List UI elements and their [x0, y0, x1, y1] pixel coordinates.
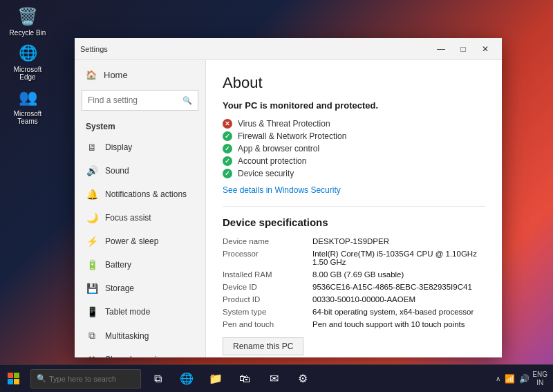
- spec-row-device-name: Device name DESKTOP-1S9DPER: [223, 235, 485, 248]
- taskbar-search-box[interactable]: 🔍: [30, 369, 141, 389]
- taskbar-settings[interactable]: ⚙: [289, 365, 317, 393]
- svg-rect-3: [14, 379, 19, 384]
- taskbar-search-input[interactable]: [49, 375, 135, 383]
- taskbar-store[interactable]: 🛍: [231, 365, 259, 393]
- desktop: 🗑️ Recycle Bin 🌐 Microsoft Edge 👥 Micros…: [0, 0, 553, 392]
- taskbar-chevron-icon[interactable]: ∧: [496, 375, 500, 382]
- svg-rect-2: [8, 379, 13, 384]
- close-button[interactable]: ✕: [474, 38, 496, 60]
- focus-label: Focus assist: [105, 213, 151, 223]
- protection-banner: Your PC is monitored and protected.: [223, 100, 485, 111]
- notifications-icon: 🔔: [86, 189, 98, 200]
- protection-item-device: ✓ Device security: [223, 167, 485, 180]
- tablet-icon: 📱: [86, 306, 98, 317]
- desktop-icon-recycle-bin[interactable]: 🗑️ Recycle Bin: [6, 6, 50, 37]
- spec-value-device-name: DESKTOP-1S9DPER: [312, 237, 485, 245]
- spec-row-product-id: Product ID 00330-50010-00000-AAOEM: [223, 293, 485, 306]
- maximize-button[interactable]: □: [452, 38, 474, 60]
- teams-icon: 👥: [17, 86, 39, 109]
- sidebar-item-shared[interactable]: ✖ Shared experiences: [75, 348, 205, 357]
- minimize-button[interactable]: —: [430, 38, 452, 60]
- spec-label-system-type: System type: [223, 308, 312, 316]
- desktop-icon-teams[interactable]: 👥 Microsoft Teams: [6, 86, 50, 125]
- power-label: Power & sleep: [105, 236, 158, 246]
- sidebar-search-box[interactable]: 🔍: [82, 90, 198, 111]
- protection-item-account: ✓ Account protection: [223, 155, 485, 167]
- edge-label: Microsoft Edge: [6, 66, 50, 81]
- sound-label: Sound: [105, 166, 129, 176]
- search-icon: 🔍: [182, 96, 192, 105]
- sidebar-item-display[interactable]: 🖥 Display: [75, 136, 205, 159]
- taskbar-network-icon[interactable]: 📶: [505, 374, 515, 384]
- taskbar-search-icon: 🔍: [37, 374, 46, 383]
- app-status-dot: ✓: [223, 144, 232, 153]
- taskbar-mail[interactable]: ✉: [260, 365, 288, 393]
- main-content: About Your PC is monitored and protected…: [206, 60, 502, 357]
- virus-status-dot: ✕: [223, 119, 232, 129]
- spec-row-pen: Pen and touch Pen and touch support with…: [223, 318, 485, 330]
- spec-row-system-type: System type 64-bit operating system, x64…: [223, 306, 485, 318]
- firewall-label: Firewall & Network Protection: [238, 131, 346, 141]
- window-title: Settings: [80, 45, 430, 53]
- taskbar-explorer[interactable]: 📁: [202, 365, 229, 393]
- device-label: Device security: [238, 169, 294, 178]
- storage-icon: 💾: [86, 283, 98, 294]
- sidebar-item-storage[interactable]: 💾 Storage: [75, 277, 205, 300]
- spec-label-ram: Installed RAM: [223, 270, 312, 279]
- spec-label-processor: Processor: [223, 250, 312, 266]
- notifications-label: Notifications & actions: [105, 189, 187, 199]
- protection-item-firewall: ✓ Firewall & Network Protection: [223, 130, 485, 142]
- shared-label: Shared experiences: [105, 355, 179, 357]
- sidebar-search-input[interactable]: [88, 95, 182, 105]
- sidebar-section-system: System: [75, 113, 205, 136]
- settings-window: Settings — □ ✕ 🏠 Home 🔍 System: [75, 38, 502, 357]
- sidebar-item-sound[interactable]: 🔊 Sound: [75, 159, 205, 183]
- taskbar-volume-icon[interactable]: 🔊: [519, 374, 529, 384]
- power-icon: ⚡: [86, 236, 98, 247]
- recycle-bin-icon: 🗑️: [17, 6, 39, 28]
- spec-row-processor: Processor Intel(R) Core(TM) i5-1035G4 CP…: [223, 248, 485, 268]
- recycle-bin-label: Recycle Bin: [10, 29, 46, 37]
- desktop-icons: 🗑️ Recycle Bin 🌐 Microsoft Edge 👥 Micros…: [6, 6, 50, 125]
- rename-pc-button[interactable]: Rename this PC: [223, 337, 303, 355]
- display-label: Display: [105, 142, 132, 152]
- spec-value-system-type: 64-bit operating system, x64-based proce…: [312, 308, 485, 316]
- start-button[interactable]: [0, 365, 28, 393]
- battery-label: Battery: [105, 260, 131, 270]
- device-specs-table: Device name DESKTOP-1S9DPER Processor In…: [223, 235, 485, 330]
- window-controls: — □ ✕: [430, 38, 496, 60]
- windows-logo-icon: [8, 373, 20, 385]
- sidebar-item-multitasking[interactable]: ⧉ Multitasking: [75, 324, 205, 348]
- sidebar-item-power[interactable]: ⚡ Power & sleep: [75, 230, 205, 253]
- taskbar-system-icons: ∧ 📶 🔊: [496, 374, 529, 384]
- see-details-link[interactable]: See details in Windows Security: [223, 185, 485, 195]
- spec-row-ram: Installed RAM 8.00 GB (7.69 GB usable): [223, 268, 485, 281]
- spec-row-device-id: Device ID 9536CE16-A15C-4865-8EBC-3E8293…: [223, 281, 485, 293]
- spec-value-pen: Pen and touch support with 10 touch poin…: [312, 320, 485, 328]
- taskbar-language: ENGIN: [532, 371, 547, 387]
- taskbar-icons: ⧉ 🌐 📁 🛍 ✉ ⚙: [144, 365, 317, 393]
- taskbar: 🔍 ⧉ 🌐 📁 🛍 ✉ ⚙ ∧ 📶 🔊 ENGIN: [0, 364, 553, 392]
- storage-label: Storage: [105, 283, 134, 293]
- protection-item-virus: ✕ Virus & Threat Protection: [223, 118, 485, 130]
- protection-item-app: ✓ App & browser control: [223, 142, 485, 155]
- tablet-label: Tablet mode: [105, 307, 150, 317]
- sidebar-item-tablet[interactable]: 📱 Tablet mode: [75, 300, 205, 324]
- page-title: About: [223, 74, 485, 92]
- sidebar-item-battery[interactable]: 🔋 Battery: [75, 253, 205, 277]
- account-label: Account protection: [238, 156, 306, 166]
- taskbar-task-view[interactable]: ⧉: [144, 365, 171, 393]
- sidebar-item-focus[interactable]: 🌙 Focus assist: [75, 206, 205, 230]
- battery-icon: 🔋: [86, 259, 98, 270]
- taskbar-edge[interactable]: 🌐: [173, 365, 200, 393]
- spec-value-processor: Intel(R) Core(TM) i5-1035G4 CPU @ 1.10GH…: [312, 250, 485, 266]
- shared-icon: ✖: [86, 354, 98, 357]
- spec-label-pen: Pen and touch: [223, 320, 312, 328]
- sidebar-home[interactable]: 🏠 Home: [75, 63, 205, 87]
- spec-value-ram: 8.00 GB (7.69 GB usable): [312, 270, 485, 279]
- multitasking-label: Multitasking: [105, 331, 149, 341]
- sidebar-item-notifications[interactable]: 🔔 Notifications & actions: [75, 183, 205, 206]
- svg-rect-1: [14, 373, 19, 378]
- desktop-icon-edge[interactable]: 🌐 Microsoft Edge: [6, 42, 50, 81]
- taskbar-right: ∧ 📶 🔊 ENGIN: [496, 371, 553, 387]
